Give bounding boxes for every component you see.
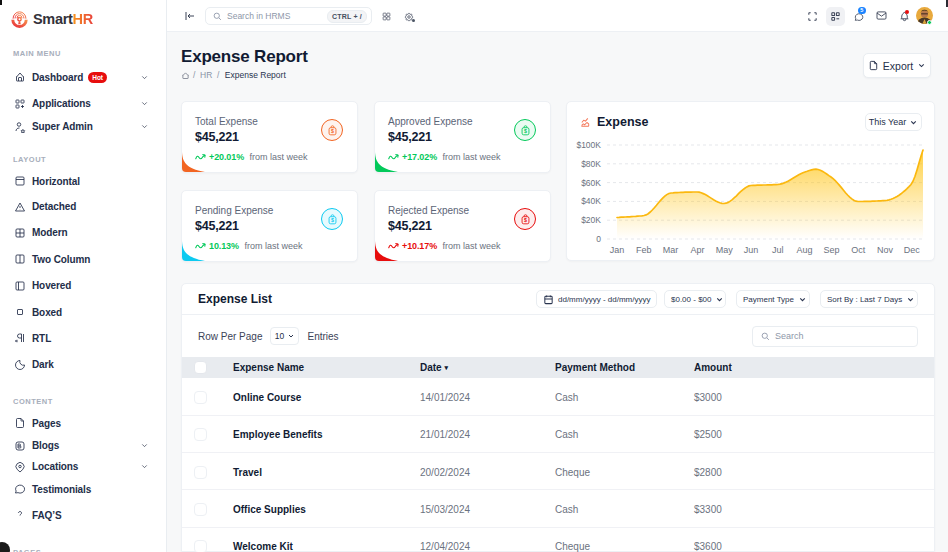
svg-text:$: $ <box>331 128 334 134</box>
svg-text:May: May <box>716 245 734 255</box>
svg-text:Apr: Apr <box>690 245 704 255</box>
svg-text:Aug: Aug <box>797 245 813 255</box>
svg-text:Oct: Oct <box>851 245 866 255</box>
svg-text:0: 0 <box>596 234 601 244</box>
svg-text:Jun: Jun <box>744 245 759 255</box>
svg-text:$: $ <box>524 128 527 134</box>
svg-text:Mar: Mar <box>663 245 679 255</box>
svg-text:$: $ <box>331 217 334 223</box>
svg-text:Dec: Dec <box>904 245 921 255</box>
svg-text:Sep: Sep <box>823 245 839 255</box>
svg-text:$100K: $100K <box>576 140 601 150</box>
svg-text:Nov: Nov <box>877 245 894 255</box>
svg-text:Feb: Feb <box>636 245 652 255</box>
svg-text:$80K: $80K <box>581 159 601 169</box>
svg-text:$60K: $60K <box>581 178 601 188</box>
svg-text:$40K: $40K <box>581 196 601 206</box>
svg-text:$: $ <box>524 217 527 223</box>
svg-text:Jan: Jan <box>610 245 625 255</box>
svg-text:Jul: Jul <box>772 245 784 255</box>
svg-text:$20K: $20K <box>581 215 601 225</box>
